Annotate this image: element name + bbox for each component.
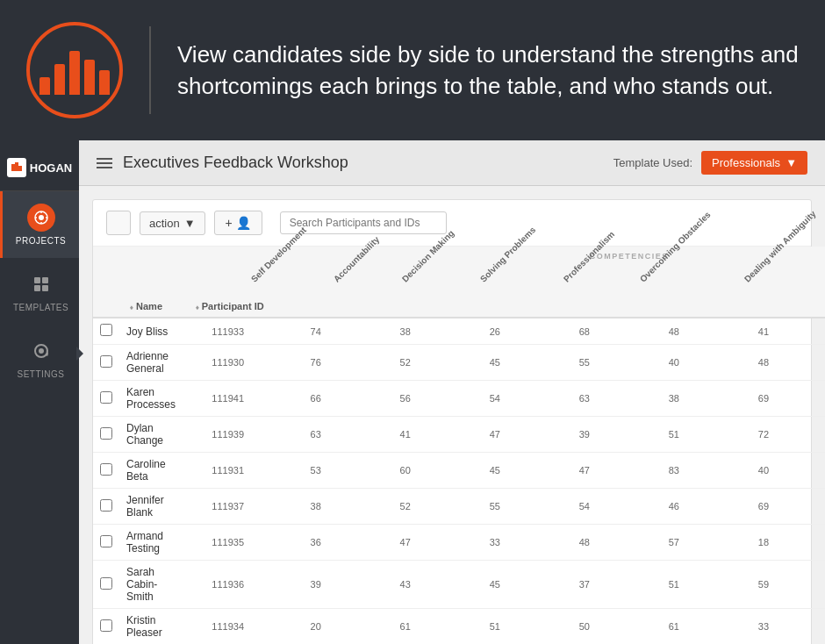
row-score-0: 53 bbox=[271, 453, 361, 489]
row-score-2: 26 bbox=[450, 318, 540, 345]
template-dropdown[interactable]: Professionals ▼ bbox=[701, 151, 807, 175]
banner-text: View candidates side by side to understa… bbox=[177, 39, 799, 103]
row-score-2: 45 bbox=[450, 561, 540, 609]
row-score-1: 56 bbox=[361, 381, 450, 417]
sidebar-logo: HOGAN bbox=[0, 149, 79, 191]
hamburger-icon[interactable] bbox=[97, 158, 112, 168]
row-score-6: 39 bbox=[808, 453, 825, 489]
row-id: 111931 bbox=[185, 453, 271, 489]
hamburger-line-2 bbox=[97, 162, 112, 164]
row-score-2: 45 bbox=[450, 453, 540, 489]
row-score-6: 53 bbox=[808, 417, 825, 453]
row-score-0: 76 bbox=[271, 345, 361, 381]
row-checkbox-cell bbox=[93, 381, 119, 417]
table-section: action ▼ + 👤 ⬧ Name bbox=[92, 199, 812, 644]
sidebar-logo-text: HOGAN bbox=[30, 161, 72, 175]
row-score-5: 33 bbox=[719, 609, 808, 645]
hamburger-line-1 bbox=[97, 158, 112, 160]
row-score-0: 36 bbox=[271, 525, 361, 561]
row-score-6: 34 bbox=[808, 609, 825, 645]
svg-rect-2 bbox=[18, 166, 22, 171]
svg-rect-1 bbox=[15, 162, 18, 171]
row-score-0: 63 bbox=[271, 417, 361, 453]
row-score-4: 48 bbox=[629, 318, 719, 345]
logo-bar-5 bbox=[99, 70, 110, 95]
row-checkbox[interactable] bbox=[100, 619, 112, 632]
th-ambiguity: Dealing with Ambiguity bbox=[771, 261, 825, 315]
row-name: Jennifer Blank bbox=[119, 489, 185, 525]
row-score-4: 40 bbox=[629, 345, 719, 381]
row-score-3: 63 bbox=[540, 381, 629, 417]
sidebar-item-projects[interactable]: PROJECTS bbox=[0, 191, 79, 258]
action-button[interactable]: action ▼ bbox=[140, 211, 205, 235]
row-score-6: 52 bbox=[808, 381, 825, 417]
row-score-2: 55 bbox=[450, 489, 540, 525]
sidebar-item-settings[interactable]: SETTINGS bbox=[0, 325, 79, 391]
row-score-3: 48 bbox=[540, 525, 629, 561]
svg-rect-11 bbox=[34, 285, 40, 291]
row-checkbox[interactable] bbox=[100, 499, 112, 512]
row-checkbox[interactable] bbox=[100, 463, 112, 476]
row-checkbox-cell bbox=[93, 453, 119, 489]
svg-rect-10 bbox=[42, 277, 48, 283]
row-checkbox[interactable] bbox=[100, 324, 112, 336]
row-score-0: 66 bbox=[271, 381, 361, 417]
row-score-3: 54 bbox=[540, 489, 629, 525]
hamburger-line-3 bbox=[97, 167, 112, 168]
page-title: Executives Feedback Workshop bbox=[123, 154, 348, 172]
row-score-6: 80 bbox=[808, 318, 825, 345]
row-checkbox[interactable] bbox=[100, 355, 112, 368]
row-score-2: 47 bbox=[450, 417, 540, 453]
row-checkbox-cell bbox=[93, 525, 119, 561]
table-body: Joy Bliss1119337438266848418078 Adrienne… bbox=[93, 318, 825, 644]
svg-rect-0 bbox=[11, 164, 15, 171]
add-participant-button[interactable]: + 👤 bbox=[214, 211, 262, 235]
row-score-1: 41 bbox=[361, 417, 450, 453]
row-checkbox[interactable] bbox=[100, 535, 112, 547]
row-name: Joy Bliss bbox=[119, 318, 185, 345]
row-name: Dylan Change bbox=[119, 417, 185, 453]
templates-icon bbox=[27, 270, 55, 298]
th-name: ⬧ Name bbox=[119, 247, 185, 318]
select-all-checkbox[interactable] bbox=[106, 211, 131, 235]
row-checkbox[interactable] bbox=[100, 391, 112, 404]
row-checkbox-cell bbox=[93, 417, 119, 453]
table-row: Armand Testing1119353647334857186960 bbox=[93, 525, 825, 561]
logo-bar-1 bbox=[39, 77, 50, 95]
row-checkbox[interactable] bbox=[100, 577, 112, 590]
row-id: 111935 bbox=[185, 525, 271, 561]
row-score-3: 47 bbox=[540, 453, 629, 489]
row-score-0: 38 bbox=[271, 489, 361, 525]
row-name: Armand Testing bbox=[119, 525, 185, 561]
template-label: Template Used: bbox=[613, 156, 692, 169]
svg-point-4 bbox=[39, 215, 44, 220]
table-row: Sarah Cabin-Smith1119363943453751593535 bbox=[93, 561, 825, 609]
row-score-6: 35 bbox=[808, 561, 825, 609]
row-score-2: 51 bbox=[450, 609, 540, 645]
table-row: Adrienne General1119307652455540486553 bbox=[93, 345, 825, 381]
sidebar-item-templates[interactable]: TEMPLATES bbox=[0, 258, 79, 325]
logo-bar-2 bbox=[54, 64, 65, 95]
main-layout: HOGAN PROJECTS TEMPLATES SETTINGS bbox=[0, 140, 825, 644]
row-checkbox-cell bbox=[93, 489, 119, 525]
row-checkbox[interactable] bbox=[100, 427, 112, 440]
add-icon: + 👤 bbox=[226, 216, 251, 230]
row-id: 111937 bbox=[185, 489, 271, 525]
top-banner: View candidates side by side to understa… bbox=[0, 0, 825, 140]
row-score-5: 59 bbox=[719, 561, 808, 609]
row-score-3: 39 bbox=[540, 417, 629, 453]
row-score-4: 38 bbox=[629, 381, 719, 417]
table-row: Karen Processes1119416656546338695238 bbox=[93, 381, 825, 417]
row-score-0: 20 bbox=[271, 609, 361, 645]
row-score-1: 38 bbox=[361, 318, 450, 345]
row-score-5: 41 bbox=[719, 318, 808, 345]
row-score-2: 45 bbox=[450, 345, 540, 381]
logo-bar-4 bbox=[84, 60, 95, 95]
row-score-3: 37 bbox=[540, 561, 629, 609]
logo-bars bbox=[39, 47, 110, 95]
th-checkbox bbox=[93, 247, 119, 318]
data-table: ⬧ Name ⬧ Participant ID COMPETENCIES Sel… bbox=[93, 247, 825, 644]
table-row: Dylan Change1119396341473951725352 bbox=[93, 417, 825, 453]
row-checkbox-cell bbox=[93, 318, 119, 345]
content-area: Executives Feedback Workshop Template Us… bbox=[79, 140, 825, 644]
